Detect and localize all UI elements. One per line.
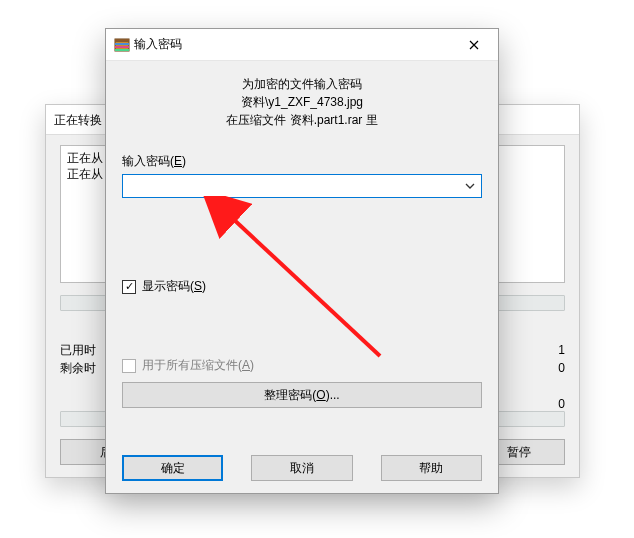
dialog-client: 为加密的文件输入密码 资料\y1_ZXF_4738.jpg 在压缩文件 资料.p… [106, 61, 498, 493]
password-input[interactable] [123, 175, 459, 197]
dialog-button-row: 确定 取消 帮助 [122, 455, 482, 481]
prompt-block: 为加密的文件输入密码 资料\y1_ZXF_4738.jpg 在压缩文件 资料.p… [122, 75, 482, 129]
show-password-checkbox[interactable] [122, 280, 136, 294]
elapsed-label: 已用时 [60, 341, 96, 359]
use-for-all-row: 用于所有压缩文件(A) [122, 357, 482, 374]
password-combo[interactable] [122, 174, 482, 198]
close-button[interactable] [454, 31, 494, 59]
use-for-all-checkbox [122, 359, 136, 373]
close-icon [469, 40, 479, 50]
ok-button[interactable]: 确定 [122, 455, 223, 481]
password-label: 输入密码(E) [122, 153, 482, 170]
dialog-title: 输入密码 [130, 36, 454, 53]
svg-rect-3 [115, 46, 129, 48]
prompt-line-2: 资料\y1_ZXF_4738.jpg [122, 93, 482, 111]
stat-value: 0 [558, 359, 565, 377]
use-for-all-label: 用于所有压缩文件(A) [142, 357, 254, 374]
svg-rect-1 [115, 39, 129, 42]
password-dropdown-button[interactable] [459, 175, 481, 197]
dialog-titlebar: 输入密码 [106, 29, 498, 61]
chevron-down-icon [465, 183, 475, 189]
prompt-line-1: 为加密的文件输入密码 [122, 75, 482, 93]
password-dialog: 输入密码 为加密的文件输入密码 资料\y1_ZXF_4738.jpg 在压缩文件… [105, 28, 499, 494]
prompt-line-3: 在压缩文件 资料.part1.rar 里 [122, 111, 482, 129]
help-button[interactable]: 帮助 [381, 455, 482, 481]
svg-rect-2 [115, 43, 129, 45]
remaining-label: 剩余时 [60, 359, 96, 377]
cancel-button[interactable]: 取消 [251, 455, 352, 481]
stat-value: 1 [558, 341, 565, 359]
show-password-row[interactable]: 显示密码(S) [122, 278, 482, 295]
conversion-title: 正在转换 [54, 113, 102, 127]
show-password-label: 显示密码(S) [142, 278, 206, 295]
rar-icon [114, 37, 130, 53]
organize-passwords-button[interactable]: 整理密码(O)... [122, 382, 482, 408]
svg-rect-4 [115, 49, 129, 51]
